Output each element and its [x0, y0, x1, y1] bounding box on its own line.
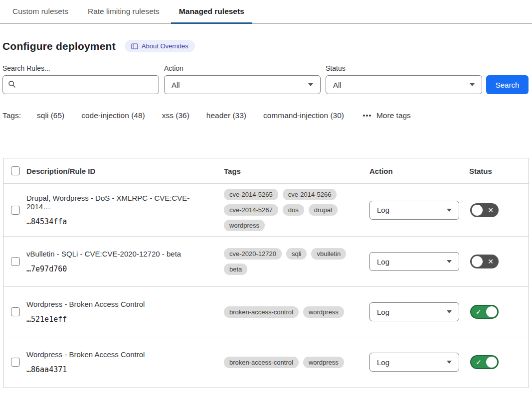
- filter-row: Search Rules... Action All Status All Se…: [0, 52, 532, 94]
- ellipsis-icon: [363, 115, 365, 117]
- tag-pill: drupal: [309, 204, 338, 216]
- chevron-down-icon: [447, 209, 452, 212]
- rule-id: …86aa4371: [26, 365, 212, 374]
- more-tags-label: More tags: [376, 111, 411, 120]
- toggle-state-icon: ✓: [476, 356, 482, 368]
- rule-tags: cve-2014-5265 cve-2014-5266 cve-2014-526…: [224, 189, 369, 231]
- row-action-select[interactable]: Log: [369, 302, 459, 321]
- rules-table: Description/Rule ID Tags Action Status D…: [3, 158, 529, 388]
- tag-link-sqli[interactable]: sqli (65): [37, 111, 64, 120]
- toggle-state-icon: ✕: [488, 203, 494, 217]
- chevron-down-icon: [447, 310, 452, 313]
- tag-pill: cve-2020-12720: [224, 248, 282, 260]
- status-filter-field: Status All: [326, 64, 482, 94]
- tag-pill: wordpress: [303, 357, 344, 368]
- tag-pill: sqli: [286, 248, 307, 260]
- table-row: Drupal, Wordpress - DoS - XMLRPC - CVE:C…: [3, 184, 529, 237]
- tag-pill: beta: [224, 264, 247, 275]
- rule-description: vBulletin - SQLi - CVE:CVE-2020-12720 - …: [26, 250, 212, 258]
- status-filter-label: Status: [326, 64, 482, 72]
- docs-book-icon: [131, 43, 138, 50]
- column-header-tags: Tags: [224, 167, 369, 175]
- row-action-select[interactable]: Log: [369, 353, 459, 372]
- row-checkbox[interactable]: [11, 257, 20, 266]
- rule-description: Drupal, Wordpress - DoS - XMLRPC - CVE:C…: [26, 194, 212, 211]
- toggle-state-icon: ✕: [488, 255, 494, 268]
- table-row: vBulletin - SQLi - CVE:CVE-2020-12720 - …: [3, 237, 529, 287]
- row-action-value: Log: [377, 206, 389, 214]
- row-action-value: Log: [377, 308, 389, 316]
- action-filter-field: Action All: [164, 64, 321, 94]
- chevron-down-icon: [470, 83, 475, 86]
- status-toggle[interactable]: ✓: [470, 305, 499, 319]
- chevron-down-icon: [308, 83, 313, 86]
- action-filter-select[interactable]: All: [164, 75, 321, 94]
- status-filter-value: All: [333, 81, 342, 89]
- rule-id: …84534ffa: [26, 217, 212, 226]
- tag-pill: broken-access-control: [224, 357, 299, 368]
- status-toggle[interactable]: ✕: [470, 255, 499, 268]
- status-filter-select[interactable]: All: [326, 75, 482, 94]
- rule-id: …521e1eff: [26, 315, 212, 324]
- toggle-knob: [472, 205, 483, 216]
- tags-label: Tags:: [2, 111, 21, 120]
- action-filter-value: All: [172, 81, 180, 89]
- status-toggle[interactable]: ✕: [470, 203, 499, 217]
- row-checkbox[interactable]: [11, 307, 20, 316]
- rule-description: Wordpress - Broken Access Control: [26, 300, 212, 308]
- search-rules-input[interactable]: [20, 81, 154, 89]
- toggle-knob: [486, 306, 497, 317]
- row-action-select[interactable]: Log: [369, 201, 459, 220]
- tag-pill: cve-2014-5267: [224, 204, 278, 216]
- table-row: Wordpress - Broken Access Control …86aa4…: [3, 337, 529, 388]
- page-header: Configure deployment About Overrides: [0, 24, 532, 52]
- search-rules-label: Search Rules...: [2, 64, 159, 72]
- tag-pill: cve-2014-5265: [224, 189, 278, 200]
- ruleset-tabbar: Custom rulesets Rate limiting rulesets M…: [0, 0, 532, 24]
- tag-pill: wordpress: [303, 306, 344, 318]
- action-filter-label: Action: [164, 64, 321, 72]
- tab-managed-rulesets[interactable]: Managed rulesets: [171, 6, 252, 24]
- status-toggle[interactable]: ✓: [470, 355, 499, 369]
- tag-link-header[interactable]: header (33): [206, 111, 246, 120]
- tag-pill: broken-access-control: [224, 306, 299, 318]
- search-field: Search Rules...: [2, 64, 159, 94]
- column-header-status: Status: [469, 167, 529, 175]
- search-input-wrapper: [2, 75, 159, 94]
- rule-id: …7e97d760: [26, 264, 212, 273]
- tag-link-code-injection[interactable]: code-injection (48): [81, 111, 145, 120]
- rule-description: Wordpress - Broken Access Control: [26, 350, 212, 359]
- toggle-knob: [486, 357, 497, 368]
- tag-pill: dos: [283, 204, 304, 216]
- column-header-action: Action: [369, 167, 469, 175]
- row-action-select[interactable]: Log: [369, 252, 459, 271]
- table-header-row: Description/Rule ID Tags Action Status: [3, 158, 529, 184]
- toggle-state-icon: ✓: [476, 306, 482, 318]
- table-row: Wordpress - Broken Access Control …521e1…: [3, 287, 529, 337]
- tag-pill: vbulletin: [311, 248, 346, 260]
- search-icon: [8, 80, 16, 90]
- about-overrides-badge[interactable]: About Overrides: [125, 40, 195, 52]
- rule-tags: broken-access-control wordpress: [224, 306, 369, 318]
- tab-rate-limiting-rulesets[interactable]: Rate limiting rulesets: [80, 6, 168, 24]
- select-all-checkbox[interactable]: [11, 166, 20, 175]
- chevron-down-icon: [447, 260, 452, 263]
- tag-link-xss[interactable]: xss (36): [162, 111, 189, 120]
- more-tags-button[interactable]: More tags: [363, 111, 411, 120]
- chevron-down-icon: [447, 361, 452, 364]
- row-action-value: Log: [377, 258, 389, 266]
- column-header-description: Description/Rule ID: [26, 167, 224, 175]
- tab-custom-rulesets[interactable]: Custom rulesets: [4, 6, 76, 24]
- row-checkbox[interactable]: [11, 206, 20, 215]
- rule-tags: broken-access-control wordpress: [224, 357, 369, 368]
- about-overrides-label: About Overrides: [142, 42, 188, 50]
- tag-pill: cve-2014-5266: [283, 189, 337, 200]
- tag-link-command-injection[interactable]: command-injection (30): [263, 111, 344, 120]
- tag-pill: wordpress: [224, 220, 265, 231]
- row-checkbox[interactable]: [11, 358, 20, 367]
- rule-tags: cve-2020-12720 sqli vbulletin beta: [224, 248, 369, 275]
- toggle-knob: [472, 256, 483, 267]
- page-title: Configure deployment: [2, 40, 116, 52]
- row-action-value: Log: [377, 358, 389, 367]
- search-button[interactable]: Search: [486, 75, 529, 94]
